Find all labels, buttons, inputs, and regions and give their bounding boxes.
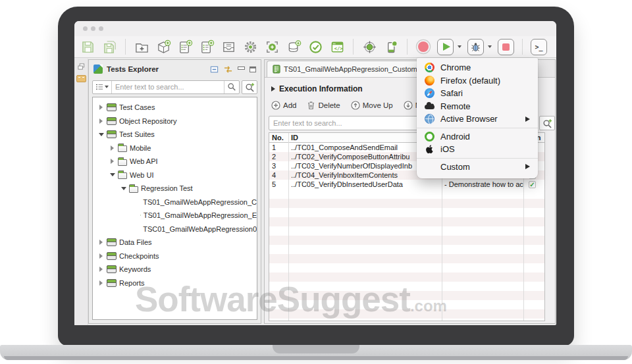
execution-information-section[interactable]: Execution Information [271, 84, 363, 93]
test-suites-icon [107, 130, 117, 138]
menu-item-firefox[interactable]: Firefox (default) [417, 74, 538, 88]
folder-icon [118, 145, 127, 152]
menu-item-label: Firefox (default) [440, 76, 500, 86]
tree-item-object-repository[interactable]: Object Repository [93, 115, 257, 128]
debug-dropdown-caret[interactable] [488, 45, 492, 48]
submenu-arrow-icon [525, 117, 530, 122]
collapse-all-icon[interactable] [210, 65, 219, 74]
tree-item-reports[interactable]: Reports [93, 276, 257, 290]
tree-item-test-cases[interactable]: Test Cases [93, 101, 257, 115]
laptop-base [0, 345, 632, 360]
menu-item-active-browser[interactable]: Active Browser [417, 113, 538, 126]
row-no: 2 [269, 153, 288, 161]
restore-panel-icon[interactable] [78, 63, 85, 70]
open-item-icon[interactable] [221, 39, 236, 55]
menu-item-label: iOS [440, 144, 455, 154]
minimized-view-icon[interactable] [76, 75, 86, 82]
menu-item-safari[interactable]: Safari [417, 87, 538, 100]
add-icon [271, 101, 280, 110]
test-cases-icon [107, 103, 117, 111]
debug-button[interactable] [467, 39, 484, 55]
add-button[interactable]: Add [271, 101, 296, 110]
mobile-spy-icon[interactable] [383, 39, 399, 55]
chrome-icon [425, 63, 434, 72]
tree-item-regression-test[interactable]: Regression Test [93, 182, 257, 195]
row-no: 1 [269, 143, 288, 151]
menu-item-remote[interactable]: Remote [417, 100, 538, 113]
search-icon[interactable] [227, 82, 236, 91]
tree-item-test-suite-collection[interactable]: TSC01_GmailWebAppRegression0 [93, 222, 257, 236]
tree-item-mobile[interactable]: Mobile [93, 142, 257, 155]
laptop-notch [273, 345, 359, 353]
panel-title: Tests Explorer [107, 65, 159, 73]
toolbar-divider [353, 39, 354, 55]
capture-object-icon[interactable] [264, 39, 280, 55]
new-test-case-icon[interactable] [177, 39, 193, 55]
web-spy-icon[interactable] [361, 39, 377, 55]
trash-icon [307, 101, 315, 110]
record-icon [418, 41, 429, 52]
tree-item-label: Test Suites [119, 130, 155, 138]
chevron-right-icon [99, 280, 103, 286]
minimize-panel-icon[interactable] [238, 66, 245, 70]
run-checkbox[interactable]: ✓ [529, 181, 536, 188]
traffic-light-zoom[interactable] [99, 26, 103, 31]
column-header-no[interactable]: No. [269, 134, 288, 142]
traffic-light-close[interactable] [83, 26, 88, 31]
tree-item-label: TS01_GmailWebAppRegression_E [144, 211, 257, 219]
stop-button[interactable] [498, 39, 514, 55]
menu-item-ios[interactable]: iOS [417, 143, 538, 156]
row-id: ../TC05_VerifyDbInsertedUserData [288, 180, 442, 188]
ios-apple-icon [425, 144, 434, 154]
new-data-file-icon[interactable] [286, 39, 302, 55]
active-browser-globe-icon [425, 114, 434, 124]
tree-item-web-api[interactable]: Web API [93, 155, 257, 169]
new-package-icon[interactable] [155, 39, 171, 55]
menu-item-custom[interactable]: Custom [417, 161, 538, 174]
move-up-button[interactable]: Move Up [351, 101, 393, 110]
save-all-icon[interactable] [101, 39, 117, 55]
settings-gear-icon[interactable] [242, 39, 258, 55]
tree-item-checkpoints[interactable]: Checkpoints [93, 249, 257, 263]
toolbar-divider [522, 39, 523, 55]
menu-item-android[interactable]: Android [417, 130, 538, 143]
console-icon: >_ [535, 43, 542, 51]
filter-button[interactable] [93, 81, 112, 93]
main-toolbar: </> >_ [74, 36, 556, 58]
table-row[interactable]: 5../TC05_VerifyDbInsertedUserData- Demon… [269, 180, 544, 189]
menu-item-chrome[interactable]: Chrome [417, 61, 538, 74]
section-collapse-icon [271, 86, 275, 91]
tree-item-web-ui[interactable]: Web UI [93, 169, 257, 182]
menu-separator [417, 128, 538, 128]
sidebar-advanced-search-button[interactable] [242, 80, 257, 94]
checkpoint-icon[interactable] [307, 39, 323, 55]
tree-item-label: TSC01_GmailWebAppRegression0 [143, 225, 257, 233]
traffic-light-minimize[interactable] [91, 26, 95, 31]
record-button[interactable] [415, 39, 431, 55]
save-icon[interactable] [80, 39, 95, 55]
new-folder-icon[interactable] [134, 39, 149, 55]
console-button[interactable]: >_ [531, 39, 547, 55]
play-button[interactable] [437, 39, 454, 55]
chevron-right-icon [99, 253, 103, 259]
script-view-icon[interactable]: </> [329, 39, 345, 55]
chevron-right-icon [99, 105, 103, 110]
delete-label: Delete [318, 101, 340, 109]
tree-item-data-files[interactable]: Data Files [93, 236, 257, 249]
toolbar-divider [125, 39, 126, 55]
tree-item-label: Mobile [130, 144, 151, 152]
tree-item-test-suite-2[interactable]: TS01_GmailWebAppRegression_E [93, 209, 257, 222]
sidebar-search-input[interactable] [112, 83, 224, 91]
tree-item-label: Test Cases [119, 103, 155, 111]
maximize-panel-icon[interactable] [250, 66, 256, 72]
tree-item-label: Data Files [119, 238, 152, 246]
play-dropdown-caret[interactable] [458, 45, 461, 48]
tree-item-keywords[interactable]: Keywords [93, 263, 257, 276]
sync-icon[interactable] [223, 65, 233, 74]
sidebar-search-row [89, 78, 261, 95]
tree-item-test-suites[interactable]: Test Suites [93, 128, 257, 142]
new-test-suite-icon[interactable] [199, 39, 215, 55]
table-advanced-search-button[interactable] [539, 116, 555, 130]
tree-item-test-suite-1[interactable]: TS01_GmailWebAppRegression_C [93, 195, 257, 209]
delete-button[interactable]: Delete [307, 101, 340, 110]
